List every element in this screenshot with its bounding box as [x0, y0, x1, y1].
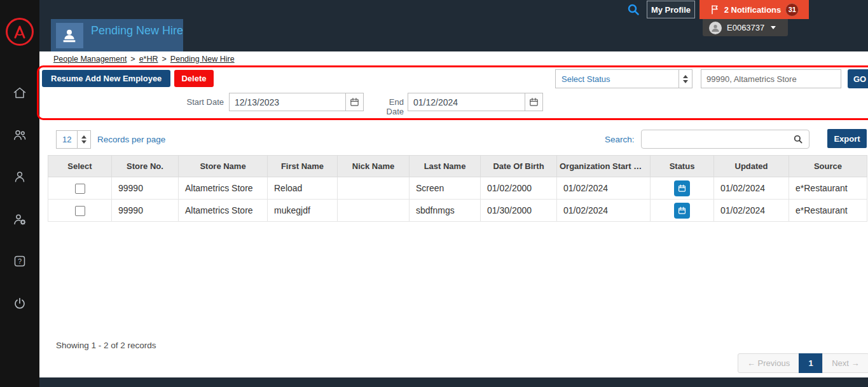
cell-store-name: Altametrics Store [179, 200, 268, 222]
start-date-label: Start Date [184, 97, 224, 107]
app-window: ? My Profile 2 Notifications [0, 0, 868, 387]
cell-dob: 01/02/2000 [481, 177, 557, 200]
breadcrumb-people-management[interactable]: People Management [53, 55, 127, 64]
col-organization-start-date: Organization Start D… [557, 156, 651, 177]
cell-last-name: Screen [410, 177, 481, 200]
spinner-arrows-icon[interactable] [77, 131, 90, 148]
cell-nick-name [338, 200, 410, 222]
breadcrumb-separator: > [130, 55, 135, 64]
help-icon[interactable]: ? [12, 254, 27, 269]
cell-dob: 01/30/2000 [481, 200, 557, 222]
end-date-input[interactable] [408, 93, 525, 111]
breadcrumb: People Management > e*HR > Pending New H… [39, 51, 868, 66]
topbar: My Profile 2 Notifications 31 [39, 0, 868, 19]
cell-updated: 01/02/2024 [714, 177, 789, 200]
row-select-checkbox[interactable] [75, 184, 85, 194]
user-id-label: E0063737 [727, 23, 764, 32]
notifications-label: 2 Notifications [724, 5, 782, 15]
employee-profile-icon[interactable] [12, 169, 27, 184]
table-search-input[interactable] [647, 135, 792, 144]
export-button[interactable]: Export [827, 129, 867, 148]
cell-last-name: sbdfnmgs [410, 200, 481, 222]
breadcrumb-separator: > [162, 55, 167, 64]
start-date-input[interactable] [229, 93, 346, 111]
status-select-value: Select Status [556, 70, 679, 88]
col-first-name: First Name [268, 156, 338, 177]
table-header-row: Select Store No. Store Name First Name N… [48, 156, 867, 177]
col-select: Select [48, 156, 112, 177]
my-profile-label: My Profile [651, 5, 691, 15]
col-updated: Updated [714, 156, 789, 177]
status-calendar-icon[interactable] [674, 203, 690, 219]
store-filter-input[interactable] [701, 69, 841, 88]
power-logout-icon[interactable] [12, 296, 27, 311]
status-calendar-icon[interactable] [674, 180, 690, 196]
resume-add-new-employee-button[interactable]: Resume Add New Employee [42, 70, 170, 87]
col-store-name: Store Name [179, 156, 268, 177]
pending-new-hire-table: Select Store No. Store Name First Name N… [48, 155, 867, 222]
spinner-arrows-icon[interactable] [679, 70, 692, 88]
start-date-calendar-icon[interactable] [345, 93, 364, 111]
records-count-text: Showing 1 - 2 of 2 records [56, 341, 156, 350]
cell-source: e*Restaurant [789, 177, 867, 200]
previous-page-button[interactable]: ← Previous [738, 353, 799, 373]
page-1-button[interactable]: 1 [799, 353, 823, 373]
svg-text:?: ? [18, 257, 22, 265]
cell-source: e*Restaurant [789, 200, 867, 222]
home-icon[interactable] [12, 85, 27, 100]
records-per-page-value: 12 [57, 131, 77, 148]
user-menu[interactable]: E0063737 [703, 19, 788, 36]
altametrics-logo-icon[interactable] [6, 18, 34, 46]
table-search-box [641, 130, 809, 149]
col-source: Source [789, 156, 867, 177]
new-hire-icon [56, 23, 83, 48]
bottom-bar [39, 377, 868, 387]
notifications-tab[interactable]: 2 Notifications 31 [699, 0, 809, 19]
delete-button[interactable]: Delete [174, 70, 214, 87]
search-label: Search: [605, 135, 635, 144]
end-date-calendar-icon[interactable] [525, 93, 543, 111]
pagination: ← Previous 1 Next → [738, 353, 868, 373]
breadcrumb-ehr[interactable]: e*HR [139, 55, 158, 64]
flag-icon [710, 4, 720, 15]
breadcrumb-pending-new-hire[interactable]: Pending New Hire [170, 55, 235, 64]
col-date-of-birth: Date Of Birth [481, 156, 557, 177]
col-nick-name: Nick Name [338, 156, 410, 177]
my-profile-tab[interactable]: My Profile [647, 1, 695, 18]
caret-down-icon [771, 26, 776, 29]
search-icon[interactable] [626, 2, 641, 17]
magnifier-icon[interactable] [792, 133, 804, 145]
col-status: Status [651, 156, 714, 177]
next-page-button[interactable]: Next → [822, 353, 868, 373]
cell-store-no: 99990 [112, 177, 179, 200]
col-last-name: Last Name [410, 156, 481, 177]
user-settings-icon[interactable] [12, 212, 27, 227]
page-title-block: Pending New Hire [51, 19, 183, 51]
people-management-icon[interactable] [12, 127, 27, 142]
avatar-icon [709, 22, 722, 34]
sidebar: ? [0, 0, 39, 387]
col-store-no: Store No. [112, 156, 179, 177]
cell-org-start: 01/02/2024 [557, 200, 651, 222]
page-title: Pending New Hire [91, 24, 183, 37]
cell-updated: 01/02/2024 [714, 200, 789, 222]
status-select[interactable]: Select Status [555, 69, 692, 88]
end-date-label: End Date [371, 97, 404, 116]
table-row: 99990 Altametrics Store mukegjdf sbdfnmg… [48, 200, 867, 222]
records-per-page-select[interactable]: 12 [56, 130, 91, 149]
table-row: 99990 Altametrics Store Reload Screen 01… [48, 177, 867, 200]
records-per-page-label: Records per page [97, 135, 165, 144]
cell-store-name: Altametrics Store [179, 177, 268, 200]
cell-store-no: 99990 [112, 200, 179, 222]
row-select-checkbox[interactable] [75, 206, 85, 216]
cell-first-name: Reload [268, 177, 338, 200]
cell-first-name: mukegjdf [268, 200, 338, 222]
cell-nick-name [338, 177, 410, 200]
cell-org-start: 01/02/2024 [557, 177, 651, 200]
go-button[interactable]: GO [848, 69, 868, 88]
notifications-count-badge: 31 [785, 3, 799, 17]
